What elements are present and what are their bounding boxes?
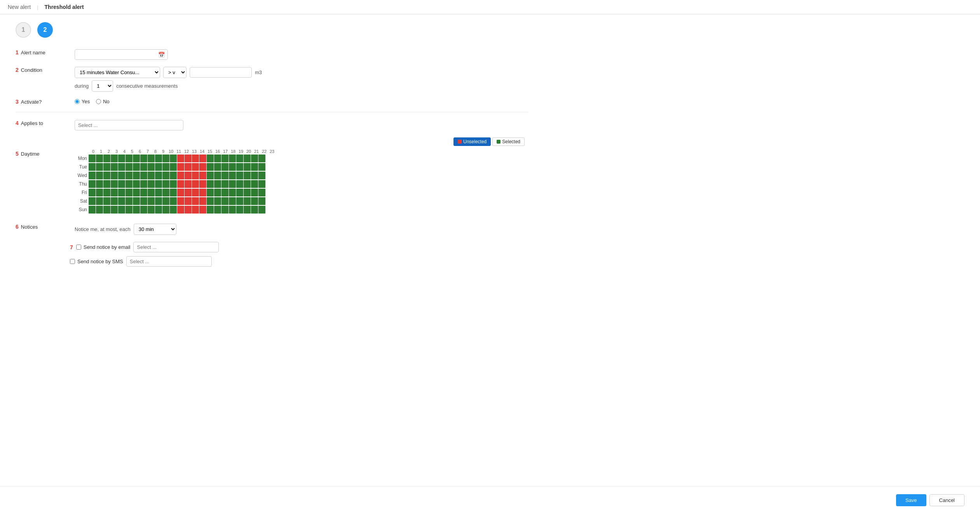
legend-selected-btn[interactable]: Selected [492,137,525,146]
cell-wed-23[interactable] [258,172,265,179]
cell-tue-20[interactable] [236,163,243,171]
cell-tue-17[interactable] [214,163,221,171]
cell-sun-6[interactable] [133,206,140,214]
cell-wed-7[interactable] [140,172,147,179]
sms-notice-checkbox[interactable] [70,259,75,264]
cell-tue-23[interactable] [258,163,265,171]
cell-fri-8[interactable] [148,189,155,196]
cell-wed-19[interactable] [229,172,236,179]
cell-mon-21[interactable] [244,155,251,162]
cell-mon-3[interactable] [111,155,118,162]
cell-mon-22[interactable] [251,155,258,162]
cell-wed-10[interactable] [162,172,169,179]
step-2-circle[interactable]: 2 [37,22,53,38]
cell-fri-5[interactable] [126,189,133,196]
cell-mon-4[interactable] [118,155,125,162]
cell-sat-13[interactable] [185,197,192,205]
cell-sat-8[interactable] [148,197,155,205]
cell-wed-0[interactable] [89,172,96,179]
cell-fri-17[interactable] [214,189,221,196]
cell-sun-23[interactable] [258,206,265,214]
cell-fri-6[interactable] [133,189,140,196]
cell-mon-19[interactable] [229,155,236,162]
cell-thu-18[interactable] [221,180,228,188]
cell-sun-17[interactable] [214,206,221,214]
cell-wed-11[interactable] [170,172,177,179]
cell-sat-0[interactable] [89,197,96,205]
sms-notice-input[interactable] [126,256,212,267]
cell-mon-6[interactable] [133,155,140,162]
cell-fri-15[interactable] [199,189,206,196]
cell-fri-1[interactable] [96,189,103,196]
cell-sun-11[interactable] [170,206,177,214]
cell-tue-22[interactable] [251,163,258,171]
cell-sun-18[interactable] [221,206,228,214]
cell-mon-8[interactable] [148,155,155,162]
cell-tue-14[interactable] [192,163,199,171]
cell-fri-10[interactable] [162,189,169,196]
cell-tue-21[interactable] [244,163,251,171]
alert-name-input[interactable] [75,49,168,60]
operator-select[interactable]: > v > < = [163,67,187,78]
cell-thu-4[interactable] [118,180,125,188]
cell-thu-2[interactable] [103,180,110,188]
cell-wed-21[interactable] [244,172,251,179]
cell-tue-9[interactable] [155,163,162,171]
threshold-value-input[interactable] [190,67,252,78]
cell-sat-18[interactable] [221,197,228,205]
cell-tue-10[interactable] [162,163,169,171]
cell-thu-21[interactable] [244,180,251,188]
cell-mon-7[interactable] [140,155,147,162]
cell-sun-21[interactable] [244,206,251,214]
cell-sun-22[interactable] [251,206,258,214]
cell-fri-11[interactable] [170,189,177,196]
cell-wed-6[interactable] [133,172,140,179]
cell-thu-11[interactable] [170,180,177,188]
activate-yes-radio[interactable]: Yes [75,99,90,104]
cell-sun-9[interactable] [155,206,162,214]
cell-mon-5[interactable] [126,155,133,162]
during-select[interactable]: 1 2 3 4 5 [92,80,113,92]
cell-wed-22[interactable] [251,172,258,179]
cell-sun-5[interactable] [126,206,133,214]
cell-thu-17[interactable] [214,180,221,188]
cell-mon-20[interactable] [236,155,243,162]
cell-thu-15[interactable] [199,180,206,188]
cell-fri-4[interactable] [118,189,125,196]
cell-wed-16[interactable] [207,172,214,179]
cell-tue-0[interactable] [89,163,96,171]
cell-thu-7[interactable] [140,180,147,188]
cell-thu-6[interactable] [133,180,140,188]
cell-tue-11[interactable] [170,163,177,171]
cell-sat-23[interactable] [258,197,265,205]
email-notice-input[interactable] [133,242,219,252]
cell-sat-6[interactable] [133,197,140,205]
cell-sat-17[interactable] [214,197,221,205]
condition-type-select[interactable]: 15 minutes Water Consu... [75,67,160,78]
cell-wed-1[interactable] [96,172,103,179]
cell-wed-18[interactable] [221,172,228,179]
cell-sat-11[interactable] [170,197,177,205]
cell-mon-14[interactable] [192,155,199,162]
cell-wed-4[interactable] [118,172,125,179]
notices-interval-select[interactable]: 15 min 30 min 1 hour 2 hours 4 hours 24 … [134,224,176,235]
cell-fri-23[interactable] [258,189,265,196]
cell-thu-3[interactable] [111,180,118,188]
cell-sun-10[interactable] [162,206,169,214]
cell-sun-4[interactable] [118,206,125,214]
cell-sat-9[interactable] [155,197,162,205]
cell-tue-19[interactable] [229,163,236,171]
cell-thu-1[interactable] [96,180,103,188]
cell-sat-12[interactable] [177,197,184,205]
cell-fri-0[interactable] [89,189,96,196]
step-1-circle[interactable]: 1 [16,22,31,38]
cell-tue-7[interactable] [140,163,147,171]
cell-mon-12[interactable] [177,155,184,162]
email-notice-checkbox[interactable] [76,245,81,250]
cell-sun-3[interactable] [111,206,118,214]
cell-wed-8[interactable] [148,172,155,179]
activate-no-radio[interactable]: No [96,99,110,104]
cell-sat-21[interactable] [244,197,251,205]
cell-sun-7[interactable] [140,206,147,214]
cell-sat-2[interactable] [103,197,110,205]
